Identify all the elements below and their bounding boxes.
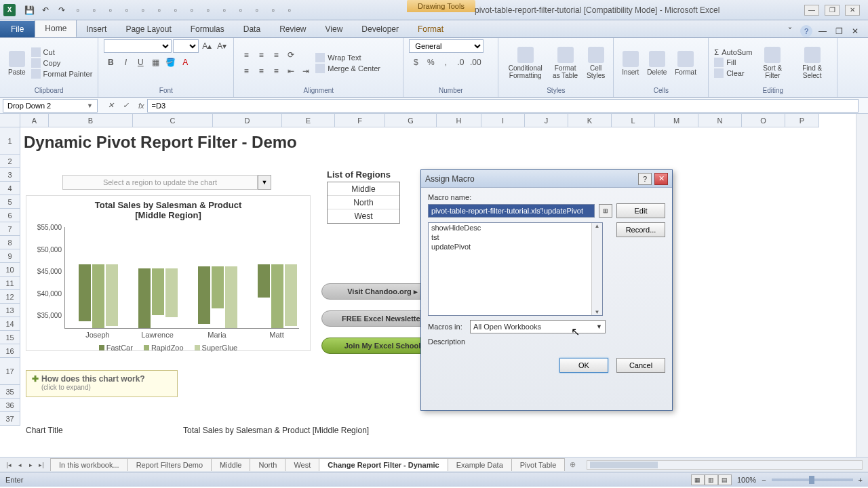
edit-button[interactable]: Edit [616, 203, 665, 218]
shrink-font-icon[interactable]: A▾ [215, 39, 229, 53]
how-does-chart-work[interactable]: ✚How does this chart work? (click to exp… [26, 370, 178, 397]
workbook-close-icon[interactable]: ✕ [849, 25, 861, 37]
number-format-select[interactable]: General [409, 39, 484, 53]
minimize-ribbon-icon[interactable]: ˅ [784, 25, 796, 37]
bold-icon[interactable]: B [104, 56, 117, 69]
col-header[interactable]: M [655, 114, 698, 127]
sheet-tab[interactable]: West [285, 458, 319, 471]
col-header[interactable]: J [525, 114, 568, 127]
sheet-tab[interactable]: Example Data [448, 458, 512, 471]
fx-icon[interactable]: fx [138, 102, 144, 110]
tab-formulas[interactable]: Formulas [181, 21, 234, 37]
fill-button[interactable]: Fill [714, 58, 752, 67]
format-cells-button[interactable]: Format [672, 49, 699, 77]
row-header[interactable]: 11 [0, 277, 20, 290]
macros-in-select[interactable]: All Open Workbooks▼ [470, 320, 606, 333]
list-item[interactable]: West [328, 209, 399, 223]
comma-icon[interactable]: , [439, 56, 452, 69]
dropdown-arrow-icon[interactable]: ▼ [258, 175, 271, 190]
chart[interactable]: Total Sales by Salesman & Product [Middl… [26, 195, 311, 351]
row-header[interactable]: 15 [0, 331, 20, 344]
macro-list-item[interactable]: tst [429, 232, 602, 242]
indent-dec-icon[interactable]: ⇤ [284, 64, 298, 78]
qat-icon[interactable]: ▫ [251, 4, 263, 16]
dialog-titlebar[interactable]: Assign Macro ? ✕ [421, 170, 672, 188]
insert-cells-button[interactable]: Insert [619, 49, 642, 77]
dec-decimal-icon[interactable]: .00 [469, 56, 482, 69]
page-break-view-icon[interactable]: ▤ [718, 474, 732, 485]
region-dropdown[interactable]: Select a region to update the chart [62, 175, 258, 190]
col-header[interactable]: H [437, 114, 481, 127]
tab-file[interactable]: File [0, 21, 35, 37]
new-sheet-icon[interactable]: ⊕ [564, 458, 581, 471]
conditional-formatting-button[interactable]: Conditional Formatting [504, 45, 547, 81]
row-header[interactable]: 37 [0, 412, 20, 426]
tab-data[interactable]: Data [234, 21, 270, 37]
dropdown-icon[interactable]: ▼ [87, 102, 93, 109]
zoom-level[interactable]: 100% [737, 476, 756, 484]
col-header[interactable]: A [20, 114, 49, 127]
dropdown-icon[interactable]: ▼ [596, 323, 602, 330]
percent-icon[interactable]: % [424, 56, 437, 69]
align-center-icon[interactable]: ≡ [254, 64, 268, 78]
clear-button[interactable]: Clear [714, 68, 752, 78]
horizontal-scrollbar[interactable] [587, 460, 863, 470]
sheet-tab-active[interactable]: Change Report Filter - Dynamic [319, 458, 448, 471]
row-header[interactable]: 1 [0, 127, 20, 155]
zoom-in-icon[interactable]: + [859, 476, 863, 484]
row-header[interactable]: 17 [0, 358, 20, 385]
border-icon[interactable]: ▦ [149, 56, 162, 69]
ref-edit-icon[interactable]: ⊞ [599, 204, 612, 218]
qat-icon[interactable]: ▫ [88, 4, 100, 16]
qat-icon[interactable]: ▫ [202, 4, 214, 16]
tab-review[interactable]: Review [270, 21, 315, 37]
underline-icon[interactable]: U [134, 56, 147, 69]
font-size-select[interactable] [173, 39, 199, 53]
qat-icon[interactable]: ▫ [283, 4, 296, 16]
row-header[interactable]: 35 [0, 385, 20, 399]
ok-button[interactable]: OK [559, 358, 608, 373]
font-color-icon[interactable]: A [178, 56, 192, 69]
fill-color-icon[interactable]: 🪣 [163, 56, 177, 69]
sheet-nav-prev-icon[interactable]: ◂ [15, 460, 24, 470]
sheet-tab[interactable]: In this workbook... [50, 458, 128, 471]
row-header[interactable]: 7 [0, 222, 20, 236]
minimize-button[interactable]: — [804, 5, 819, 16]
indent-inc-icon[interactable]: ⇥ [299, 64, 313, 78]
macro-list-item[interactable]: showHideDesc [429, 223, 602, 232]
paste-button[interactable]: Paste [5, 49, 28, 77]
qat-icon[interactable]: ▫ [153, 4, 165, 16]
cancel-formula-icon[interactable]: ✕ [104, 100, 117, 112]
dialog-help-button[interactable]: ? [638, 173, 652, 185]
align-right-icon[interactable]: ≡ [269, 64, 283, 78]
copy-button[interactable]: Copy [31, 58, 93, 68]
row-header[interactable]: 12 [0, 290, 20, 304]
col-header[interactable]: F [335, 114, 385, 127]
tab-page-layout[interactable]: Page Layout [116, 21, 180, 37]
sheet-tab[interactable]: Pivot Table [511, 458, 566, 471]
row-header[interactable]: 13 [0, 304, 20, 317]
zoom-out-icon[interactable]: − [762, 476, 766, 484]
col-header[interactable]: G [385, 114, 437, 127]
col-header[interactable]: O [742, 114, 785, 127]
wrap-text-button[interactable]: Wrap Text [315, 53, 380, 62]
qat-icon[interactable]: ▫ [137, 4, 149, 16]
redo-icon[interactable]: ↷ [56, 4, 68, 16]
row-header[interactable]: 10 [0, 263, 20, 277]
qat-icon[interactable]: ▫ [121, 4, 133, 16]
font-family-select[interactable] [104, 39, 172, 53]
sheet-nav-last-icon[interactable]: ▸| [37, 460, 46, 470]
row-header[interactable]: 9 [0, 249, 20, 263]
row-header[interactable]: 16 [0, 344, 20, 358]
list-scrollbar[interactable]: ▲▼ [591, 223, 602, 315]
align-bottom-icon[interactable]: ≡ [269, 48, 283, 62]
page-layout-view-icon[interactable]: ▥ [705, 474, 718, 485]
qat-icon[interactable]: ▫ [72, 4, 84, 16]
qat-icon[interactable]: ▫ [218, 4, 231, 16]
row-header[interactable]: 8 [0, 236, 20, 249]
col-header[interactable]: K [568, 114, 612, 127]
row-header[interactable]: 3 [0, 168, 20, 182]
tab-home[interactable]: Home [35, 20, 77, 37]
find-select-button[interactable]: Find & Select [793, 45, 831, 81]
col-header[interactable]: P [785, 114, 819, 127]
